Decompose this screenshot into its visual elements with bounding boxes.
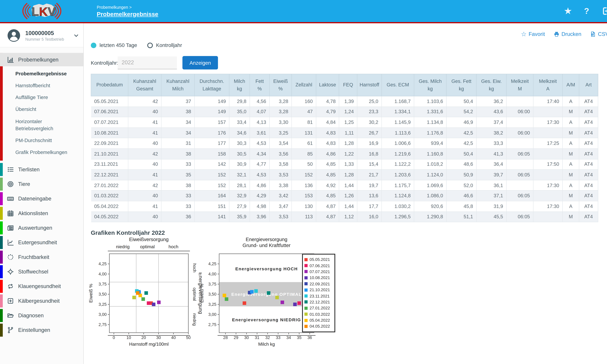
cell-10[interactable]: 13,6 <box>357 191 382 201</box>
cell-3[interactable]: 142 <box>195 159 229 169</box>
cell-1: 41 <box>128 201 161 211</box>
sidebar-item-dateneingabe[interactable]: Dateneingabe <box>0 192 83 206</box>
legend-color-swatch <box>304 307 308 310</box>
cell-3[interactable]: 164 <box>195 191 229 201</box>
cell-3[interactable]: 177 <box>195 138 229 148</box>
sidebar-subitem-grafik-probemelkungen[interactable]: Grafik Probemelkungen <box>0 146 83 158</box>
sidebar-item-stoffwechsel[interactable]: Stoffwechsel <box>0 264 83 279</box>
breadcrumb-parent-link[interactable]: Probemelkungen > <box>97 4 158 9</box>
sidebar-item-einstellungen[interactable]: Einstellungen <box>0 323 83 338</box>
cell-10[interactable]: 30,2 <box>357 117 382 128</box>
sidebar-item-klauengesundheit[interactable]: Klauengesundheit <box>0 279 83 294</box>
sidebar-item-auswertungen[interactable]: Auswertungen <box>0 221 83 235</box>
sidebar-subitem-horizontaler-betriebsvergleich[interactable]: Horizontaler Betriebsvergleich <box>0 115 83 134</box>
favorite-star-icon[interactable]: ★ <box>564 6 572 16</box>
help-icon[interactable]: ? <box>584 6 589 16</box>
sidebar-item-aktionslisten[interactable]: Aktionslisten <box>0 206 83 221</box>
cell-12: 1.124,0 <box>414 169 446 180</box>
sidebar-subitem-harnstoffbericht[interactable]: Harnstoffbericht <box>0 80 83 91</box>
cell-6: 3,54 <box>269 138 292 148</box>
svg-text:30: 30 <box>244 335 249 340</box>
cell-10[interactable]: 25,0 <box>357 96 382 106</box>
sidebar-subitem-pm-durchschnitt[interactable]: PM-Durchschnitt <box>0 134 83 146</box>
sidebar-item-tierlisten[interactable]: Tierlisten <box>0 162 83 177</box>
cell-3[interactable]: 149 <box>195 107 229 117</box>
cell-10[interactable]: 16,9 <box>357 138 382 148</box>
cell-2: 33 <box>161 159 195 169</box>
cell-3[interactable]: 149 <box>195 96 229 106</box>
svg-text:Milch kg: Milch kg <box>258 341 275 347</box>
cell-10[interactable]: 15,4 <box>357 159 382 169</box>
cell-3[interactable]: 151 <box>195 201 229 211</box>
probedatum-link[interactable]: 23.11.2021 <box>91 159 128 169</box>
cell-3[interactable]: 157 <box>195 117 229 128</box>
cell-10[interactable]: 16,0 <box>357 211 382 222</box>
cell-10[interactable]: 21,7 <box>357 169 382 180</box>
sidebar-subitem-probemelkergebnisse[interactable]: Probemelkergebnisse <box>0 68 83 80</box>
logout-icon[interactable] <box>601 6 607 16</box>
column-header-0: Probedatum <box>91 74 128 96</box>
cell-7: 50 <box>292 159 316 169</box>
probedatum-link[interactable]: 07.06.2021 <box>91 107 128 117</box>
sidebar-item-probemelkungen[interactable]: Probemelkungen <box>0 53 83 66</box>
legend-entry: 22.09.2021 <box>304 281 333 287</box>
probedatum-link[interactable]: 10.08.2021 <box>91 128 128 138</box>
cell-16 <box>533 149 563 159</box>
cell-3[interactable]: 141 <box>195 211 229 222</box>
svg-text:28: 28 <box>223 335 228 340</box>
probedatum-link[interactable]: 05.05.2021 <box>91 96 128 106</box>
page-title[interactable]: Probemelkergebnisse <box>97 11 158 17</box>
probedatum-link[interactable]: 04.05.2022 <box>91 211 128 222</box>
sidebar-item-k-lbergesundheit[interactable]: Kälbergesundheit <box>0 294 83 308</box>
cell-3[interactable]: 152 <box>195 180 229 191</box>
cell-10[interactable]: 16,8 <box>357 149 382 159</box>
repeat-icon <box>7 283 14 290</box>
section-color-strip <box>0 265 3 278</box>
probedatum-link[interactable]: 22.12.2021 <box>91 169 128 180</box>
cell-2: 33 <box>161 201 195 211</box>
account-selector[interactable]: 100000005 Nummer 5 Testbetrieb <box>0 23 83 47</box>
cell-10[interactable]: 23,3 <box>357 107 382 117</box>
anzeigen-button[interactable]: Anzeigen <box>183 56 218 69</box>
probedatum-link[interactable]: 05.04.2022 <box>91 201 128 211</box>
cell-10[interactable]: 19,7 <box>357 180 382 191</box>
cell-5: 4,13 <box>250 117 269 128</box>
cell-13: 50,4 <box>446 96 476 106</box>
probedatum-link[interactable]: 22.09.2021 <box>91 138 128 148</box>
sidebar-section-probemelkungen: ProbemelkungenProbemelkergebnisseHarnsto… <box>0 53 83 162</box>
cell-3[interactable]: 158 <box>195 149 229 159</box>
cell-3[interactable]: 152 <box>195 169 229 180</box>
drucken-link[interactable]: Drucken <box>554 31 581 37</box>
cell-8: 4,85 <box>316 169 339 180</box>
kontrolljahr-input[interactable] <box>118 56 177 69</box>
cell-10[interactable]: 26,7 <box>357 128 382 138</box>
radio-kontrolljahr[interactable]: Kontrolljahr <box>147 42 182 48</box>
radio-letzten-450-tage[interactable]: letzten 450 Tage <box>91 42 137 48</box>
cell-5: 4,98 <box>250 201 269 211</box>
svg-text:33: 33 <box>276 335 280 340</box>
column-header-3: Durchschn. Lakttage <box>195 74 229 96</box>
cell-9: 1,33 <box>339 159 357 169</box>
table-row: 10.08.2021413417634,63,613,251314,831,11… <box>91 128 598 138</box>
probedatum-link[interactable]: 27.01.2022 <box>91 180 128 191</box>
cell-9: 1,11 <box>339 128 357 138</box>
probedatum-link[interactable]: 01.03.2022 <box>91 191 128 201</box>
sidebar-item-tiere[interactable]: Tiere <box>0 177 83 191</box>
cell-8: 4,87 <box>316 211 339 222</box>
cell-16 <box>533 107 563 117</box>
sidebar-item-fruchtbarkeit[interactable]: Fruchtbarkeit <box>0 250 83 264</box>
svg-text:Eiweiß %: Eiweiß % <box>88 284 93 303</box>
cell-10[interactable]: 17,7 <box>357 201 382 211</box>
sidebar-item-eutergesundheit[interactable]: Eutergesundheit <box>0 235 83 250</box>
sidebar-subitem--bersicht[interactable]: Übersicht <box>0 104 83 115</box>
probedatum-link[interactable]: 21.10.2021 <box>91 149 128 159</box>
svg-text:Grund- und Kraftfutter: Grund- und Kraftfutter <box>243 243 290 248</box>
sidebar-item-diagnosen[interactable]: Diagnosen <box>0 308 83 323</box>
sidebar-subitem-auff-llige-tiere[interactable]: Auffällige Tiere <box>0 91 83 104</box>
favorit-link[interactable]: ☆ Favorit <box>521 30 545 38</box>
svg-text:K: K <box>39 5 48 18</box>
lkv-logo[interactable]: L K V <box>0 0 84 22</box>
csv-link[interactable]: x CSV <box>590 31 607 37</box>
probedatum-link[interactable]: 07.07.2021 <box>91 117 128 128</box>
cell-3[interactable]: 176 <box>195 128 229 138</box>
